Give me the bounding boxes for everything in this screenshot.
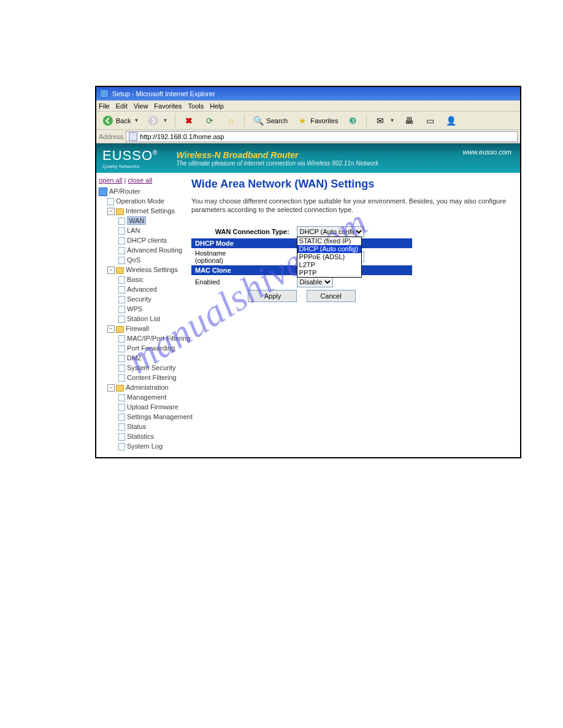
page-title: Wide Area Network (WAN) Settings [191, 178, 514, 191]
banner-url: www.eusso.com [463, 148, 511, 156]
sidebar-folder-internet[interactable]: Internet Settings WAN LAN DHCP clients A… [107, 206, 182, 265]
address-input[interactable]: http://192.168.0.1/home.asp [126, 131, 518, 142]
sidebar-item-security[interactable]: Security [118, 294, 182, 304]
apply-button[interactable]: Apply [248, 290, 297, 302]
sidebar-item-statistics[interactable]: Statistics [118, 431, 182, 441]
sidebar-item-system-security[interactable]: System Security [118, 363, 182, 373]
sidebar-folder-firewall[interactable]: Firewall MAC/IP/Port Filtering Port Forw… [107, 324, 182, 382]
banner-subtitle: The ultimate pleasure of internet connec… [176, 160, 378, 167]
toolbar: Back ▼ ▼ ✖ ⟳ ⌂ 🔍 Search ★ Favorites [96, 112, 520, 130]
enabled-select[interactable]: Disable [297, 276, 333, 287]
favorites-button[interactable]: ★ Favorites [293, 113, 341, 129]
enabled-label: Enabled [191, 275, 293, 289]
banner-title: Wireless-N Broadband Router [176, 150, 378, 160]
history-icon: ❸ [347, 115, 359, 127]
address-bar: Address http://192.168.0.1/home.asp [96, 130, 520, 143]
page-description: You may choose different connection type… [191, 197, 514, 214]
logo-subtitle: Quality Networks [102, 164, 158, 169]
mail-icon: ✉ [374, 115, 386, 127]
stop-button[interactable]: ✖ [180, 113, 198, 129]
sidebar-item-wan[interactable]: WAN [118, 216, 182, 226]
ie-icon [100, 89, 109, 98]
wan-type-dropdown: STATIC (fixed IP) DHCP (Auto config) PPP… [297, 237, 362, 278]
sidebar-item-upload-firmware[interactable]: Upload Firmware [118, 402, 182, 412]
address-label: Address [99, 133, 123, 140]
tree-root[interactable]: AP/Router Operation Mode Internet Settin… [99, 186, 182, 451]
sidebar-item-status[interactable]: Status [118, 422, 182, 431]
print-icon: 🖶 [403, 115, 415, 127]
wan-option-l2tp[interactable]: L2TP [297, 261, 361, 269]
sidebar-item-mac-filter[interactable]: MAC/IP/Port Filtering [118, 333, 182, 343]
sidebar-item-qos[interactable]: QoS [118, 255, 182, 265]
forward-button[interactable]: ▼ [144, 113, 170, 129]
router-banner: EUSSO® Quality Networks Wireless-N Broad… [96, 143, 520, 173]
open-all-link[interactable]: open all [99, 176, 123, 184]
sidebar-folder-wireless[interactable]: Wireless Settings Basic Advanced Securit… [107, 265, 182, 324]
menu-edit[interactable]: Edit [116, 102, 128, 110]
history-button[interactable]: ❸ [343, 113, 362, 129]
menu-tools[interactable]: Tools [188, 102, 204, 110]
ie-window: Setup - Microsoft Internet Explorer File… [95, 86, 521, 458]
sidebar-item-operation-mode[interactable]: Operation Mode [107, 196, 182, 206]
window-title: Setup - Microsoft Internet Explorer [112, 90, 215, 97]
wan-option-pppoe[interactable]: PPPoE (ADSL) [297, 253, 361, 261]
refresh-icon: ⟳ [204, 115, 216, 127]
mail-button[interactable]: ✉▼ [371, 113, 397, 129]
sidebar-item-dhcp-clients[interactable]: DHCP clients [118, 235, 182, 245]
search-icon: 🔍 [252, 115, 264, 127]
sidebar-item-advanced-routing[interactable]: Advanced Routing [118, 245, 182, 255]
wan-type-label: WAN Connection Type: [191, 225, 293, 238]
sidebar-item-advanced[interactable]: Advanced [118, 284, 182, 294]
wan-option-pptp[interactable]: PPTP [297, 269, 361, 277]
forward-icon [147, 115, 159, 127]
sidebar-item-system-log[interactable]: System Log [118, 441, 182, 451]
sidebar-folder-admin[interactable]: Administration Management Upload Firmwar… [107, 382, 182, 451]
sidebar-item-content-filtering[interactable]: Content Filtering [118, 373, 182, 382]
logo: EUSSO® [102, 148, 158, 164]
page-icon [129, 132, 137, 141]
refresh-button[interactable]: ⟳ [201, 113, 219, 129]
messenger-button[interactable]: 👤 [442, 113, 460, 129]
home-button[interactable]: ⌂ [221, 113, 240, 129]
close-all-link[interactable]: close all [128, 176, 153, 184]
titlebar: Setup - Microsoft Internet Explorer [96, 87, 520, 100]
content: Wide Area Network (WAN) Settings You may… [185, 173, 520, 457]
sidebar-item-wps[interactable]: WPS [118, 304, 182, 314]
wan-option-dhcp[interactable]: DHCP (Auto config) [297, 245, 361, 253]
menu-file[interactable]: File [99, 102, 110, 110]
sidebar-item-management[interactable]: Management [118, 392, 182, 402]
search-button[interactable]: 🔍 Search [249, 113, 291, 129]
menu-view[interactable]: View [134, 102, 148, 110]
wan-type-select[interactable]: DHCP (Auto config) [297, 226, 364, 237]
home-icon: ⌂ [224, 115, 237, 127]
messenger-icon: 👤 [445, 115, 457, 127]
sidebar-item-lan[interactable]: LAN [118, 226, 182, 235]
stop-icon: ✖ [183, 115, 195, 127]
sidebar-item-port-forwarding[interactable]: Port Forwarding [118, 343, 182, 353]
sidebar-item-settings-management[interactable]: Settings Management [118, 412, 182, 422]
back-button[interactable]: Back ▼ [99, 113, 142, 129]
sidebar-item-station-list[interactable]: Station List [118, 314, 182, 324]
star-icon: ★ [296, 115, 308, 127]
menu-favorites[interactable]: Favorites [154, 102, 182, 110]
wan-form: WAN Connection Type: DHCP (Auto config) … [191, 225, 412, 303]
svg-point-0 [103, 115, 113, 125]
cancel-button[interactable]: Cancel [307, 290, 356, 302]
sidebar-item-dmz[interactable]: DMZ [118, 353, 182, 363]
back-icon [102, 115, 114, 127]
menubar: File Edit View Favorites Tools Help [96, 100, 520, 112]
sidebar-item-basic[interactable]: Basic [118, 275, 182, 284]
svg-point-1 [148, 115, 158, 125]
hostname-label: Hostname(optional) [191, 248, 293, 265]
chevron-down-icon: ▼ [134, 118, 139, 123]
chevron-down-icon: ▼ [163, 118, 167, 123]
edit-icon: ▭ [424, 115, 436, 127]
menu-help[interactable]: Help [210, 102, 224, 110]
edit-button[interactable]: ▭ [421, 113, 439, 129]
sidebar: open all | close all AP/Router Operation… [96, 173, 185, 457]
print-button[interactable]: 🖶 [400, 113, 418, 129]
wan-option-static[interactable]: STATIC (fixed IP) [297, 237, 361, 245]
address-url: http://192.168.0.1/home.asp [140, 133, 224, 140]
